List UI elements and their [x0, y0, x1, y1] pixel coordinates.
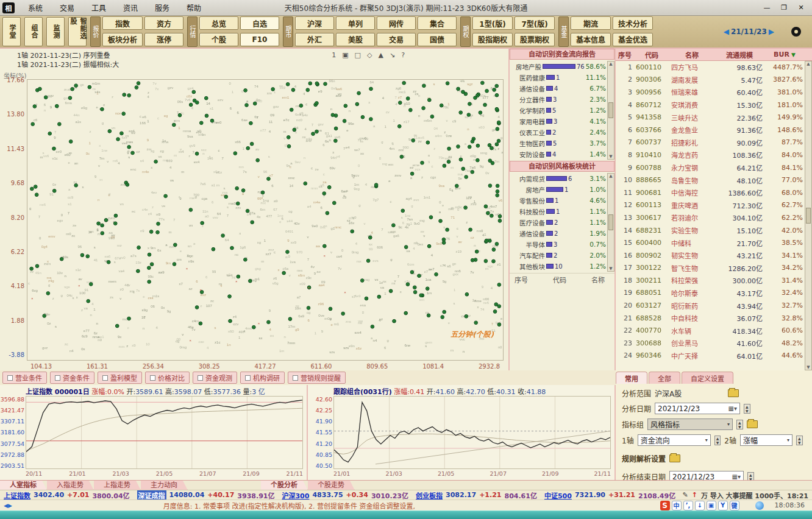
- flow-row[interactable]: 分立器件32.3%: [511, 94, 606, 105]
- index-name[interactable]: 中证500: [544, 490, 572, 500]
- scroll-thumb[interactable]: [608, 102, 613, 118]
- calendar-icon[interactable]: ▦▾: [732, 473, 741, 480]
- checkbox-icon[interactable]: [102, 375, 108, 381]
- flow-row[interactable]: 医疗设备21.1%: [511, 217, 606, 228]
- form-tab-常用[interactable]: 常用: [616, 372, 647, 384]
- form-tab-自定义设置[interactable]: 自定义设置: [682, 372, 733, 384]
- index-segment-上证指数[interactable]: 上证指数3402.40+7.013800.04亿: [4, 490, 130, 500]
- table-row[interactable]: 11900681中信海控1386.60亿68.0%: [616, 186, 805, 199]
- one-icon[interactable]: 1: [332, 51, 336, 59]
- calendar-icon[interactable]: ▦▾: [728, 405, 737, 412]
- flow-row[interactable]: 房地产11.0%: [511, 184, 606, 195]
- menu-item-交易[interactable]: 交易: [51, 1, 83, 15]
- flow-row[interactable]: 家用电器34.1%: [511, 116, 606, 127]
- table-row[interactable]: 24960346中广天择64.01亿44.6%: [616, 350, 805, 362]
- ime-icon[interactable]: ↓: [695, 501, 705, 510]
- date-input[interactable]: 2021/12/23 ▦▾: [655, 403, 740, 414]
- index-name[interactable]: 深证成指: [137, 490, 166, 500]
- column-header-代码[interactable]: 代码: [634, 50, 669, 60]
- menu-item-帮助[interactable]: 帮助: [178, 1, 210, 15]
- flow-row[interactable]: 科技股份11.1%: [511, 206, 606, 217]
- axis2-spinner[interactable]: ▲▼: [796, 436, 803, 445]
- stock-table-scrollbar[interactable]: ▲ ▼: [805, 61, 812, 370]
- toolbar-button-自选[interactable]: 自选: [240, 16, 279, 30]
- form-tab-全部[interactable]: 全部: [649, 372, 680, 384]
- toolbar-button-单列[interactable]: 单列: [336, 16, 375, 30]
- column-header-流通规模[interactable]: 流通规模: [714, 50, 764, 60]
- ime-icon[interactable]: ▣: [707, 501, 716, 510]
- toolbar-button-组合[interactable]: 组合: [24, 17, 43, 46]
- table-row[interactable]: 13300617若羽迪尔304.10亿62.2%: [616, 211, 805, 224]
- index-segment-中证500[interactable]: 中证5007321.90+31.212108.49亿: [544, 490, 675, 500]
- column-header-序号[interactable]: 序号: [616, 50, 634, 60]
- toolbar-button-沪深[interactable]: 沪深: [295, 16, 334, 30]
- flow-row[interactable]: 汽车配件22.0%: [511, 250, 606, 261]
- flow-scrollbar[interactable]: ▲▼: [607, 173, 614, 272]
- flow-row[interactable]: 房地产股7658.6%: [511, 61, 606, 72]
- gear-icon[interactable]: [791, 27, 801, 37]
- toolbar-button-智能选股[interactable]: 智能选股: [68, 17, 87, 46]
- table-row[interactable]: 18300211科拉荣强300.00亿31.4%: [616, 274, 805, 287]
- index-chart-canvas[interactable]: [26, 397, 302, 468]
- checkbox-icon[interactable]: [7, 375, 13, 381]
- filter-button-营销规则提醒[interactable]: 营销规则提醒: [288, 372, 346, 384]
- axis2-select[interactable]: 涨幅 ▾: [740, 434, 792, 446]
- column-header-名称[interactable]: 名称: [669, 50, 714, 60]
- table-row[interactable]: 6603766金龙鱼业91.36亿148.6%: [616, 124, 805, 136]
- table-row[interactable]: 20603127昭衍新药43.94亿32.7%: [616, 299, 805, 312]
- table-row[interactable]: 3900956恒瑞来雄60.40亿381.0%: [616, 86, 805, 99]
- toolbar-button-F10[interactable]: F10: [240, 33, 279, 46]
- stock-table-header[interactable]: 序号代码名称流通规模BUR ▼: [616, 49, 812, 61]
- scroll-down-icon[interactable]: ▼: [609, 266, 612, 271]
- save-folder-icon[interactable]: [747, 420, 758, 428]
- pencil-icon[interactable]: ✎: [682, 491, 688, 499]
- toolbar-button-期流[interactable]: 期流: [571, 16, 611, 30]
- sogou-icon[interactable]: S: [660, 501, 670, 510]
- scroll-up-icon[interactable]: ▲: [609, 62, 612, 66]
- tab-入指走势[interactable]: 入指走势: [47, 481, 94, 490]
- tab-个股分析[interactable]: 个股分析: [261, 481, 308, 490]
- notification-balloon-icon[interactable]: [755, 501, 764, 510]
- index-segment-深证成指[interactable]: 深证成指14080.04+40.173938.91亿: [137, 490, 275, 500]
- flow-footer-label[interactable]: 序号: [515, 275, 528, 284]
- toolbar-button-基本信息[interactable]: 基本信息: [571, 33, 611, 46]
- portfolio-chart-canvas[interactable]: [334, 397, 610, 468]
- axis1-spinner[interactable]: ▲▼: [714, 436, 721, 445]
- dropdown-icon[interactable]: ▾: [787, 437, 789, 443]
- tab-主力动向[interactable]: 主力动向: [141, 481, 188, 490]
- flow-footer-label[interactable]: 名称: [591, 275, 605, 284]
- table-row[interactable]: 9600788永力宝钢64.21亿84.1%: [616, 161, 805, 174]
- scatter-canvas[interactable]: [27, 80, 503, 360]
- index-segment-沪深300[interactable]: 沪深3004833.75+0.343010.23亿: [282, 490, 408, 500]
- toolbar-button-7型(版)[interactable]: 7型(版): [515, 16, 555, 30]
- checkbox-icon[interactable]: [293, 375, 298, 381]
- dropdown-icon[interactable]: ▾: [705, 437, 708, 443]
- filter-button-资金条件[interactable]: 资金条件: [50, 372, 94, 384]
- table-row[interactable]: 22400770水车辆418.34亿60.6%: [616, 324, 805, 337]
- menu-item-资讯[interactable]: 资讯: [115, 1, 146, 15]
- flow-scrollbar[interactable]: ▲▼: [607, 61, 614, 160]
- toolbar-button-美股[interactable]: 美股: [336, 33, 375, 46]
- toolbar-button-学堂[interactable]: 学堂: [2, 17, 21, 46]
- table-row[interactable]: 17300122智飞生物1286.20亿34.2%: [616, 262, 805, 275]
- toolbar-button-板块分析[interactable]: 板块分析: [102, 33, 143, 46]
- table-row[interactable]: 19688051哈尔斯泰43.17亿32.4%: [616, 287, 805, 300]
- menu-item-服务[interactable]: 服务: [146, 1, 178, 15]
- rule-folder-icon[interactable]: [669, 454, 680, 462]
- ime-icon[interactable]: 中: [672, 501, 682, 510]
- flow-row[interactable]: 通信设备46.7%: [511, 83, 606, 94]
- toolbar-button-涨停[interactable]: 涨停: [144, 33, 183, 46]
- table-row[interactable]: 10888665岛鲁生物48.10亿77.0%: [616, 174, 805, 186]
- refresh-icon[interactable]: ◇: [367, 51, 372, 59]
- scroll-up-icon[interactable]: ▲: [807, 62, 810, 66]
- toolbar-button-监测[interactable]: 监测: [46, 17, 65, 46]
- date-spinner[interactable]: ▲▼: [744, 404, 750, 414]
- scatter-plot[interactable]: [27, 79, 504, 361]
- close-button[interactable]: ✕: [794, 2, 808, 13]
- checkbox-icon[interactable]: [55, 375, 60, 381]
- table-row[interactable]: 23300688创业黑马41.60亿48.2%: [616, 337, 805, 350]
- menu-item-工具[interactable]: 工具: [83, 1, 115, 15]
- flow-row[interactable]: 仪表工业22.4%: [511, 127, 606, 138]
- menu-item-系统[interactable]: 系统: [20, 1, 51, 15]
- filter-button-机构调研[interactable]: 机构调研: [240, 372, 285, 384]
